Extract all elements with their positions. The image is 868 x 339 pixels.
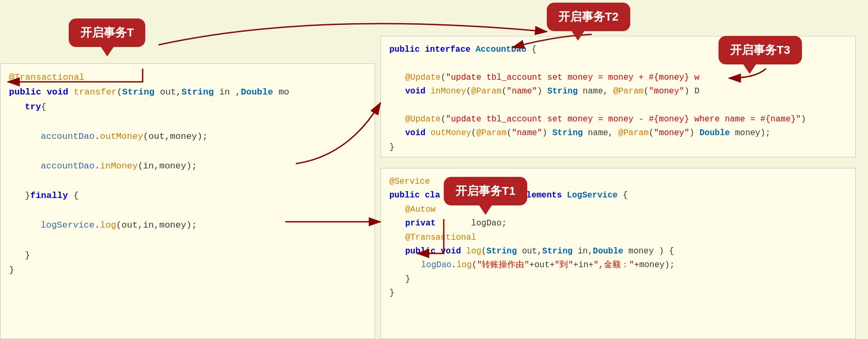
callout-T1: 开启事务T1 [444,177,527,205]
code-line [9,144,366,159]
code-line: } [389,286,847,300]
code-line [9,233,366,248]
code-line: logDao.log("转账操作由"+out+"到"+in+",金额："+mon… [421,258,847,272]
code-line: public void log(String out,String in,Dou… [405,244,847,258]
code-line: } [25,248,366,263]
code-line: try{ [25,100,366,115]
code-line [9,203,366,218]
code-line [9,174,366,189]
left-code-panel: @Transactional public void transfer(Stri… [0,63,375,339]
code-line: @Transactional [405,231,847,244]
code-line: void outMoney(@Param("name") String name… [405,126,847,140]
code-line: public void transfer(String out,String i… [9,85,366,100]
code-line: }finally { [25,189,366,203]
code-line: accountDao.outMoney(out,money); [41,129,366,144]
callout-T: 开启事务T [69,18,145,47]
code-line [9,115,366,129]
code-line: void inMoney(@Param("name") String name,… [405,84,847,98]
callout-T3: 开启事务T3 [718,36,802,64]
code-line: privat_______logDao; [405,216,847,230]
code-line: } [9,263,366,278]
code-line: } [389,140,847,154]
code-line: logService.log(out,in,money); [41,218,366,233]
code-line: accountDao.inMoney(in,money); [41,159,366,174]
code-line: } [405,272,847,286]
code-line: @Update("update tbl_account set money = … [405,112,847,126]
code-line: @Update("update tbl_account set money = … [405,71,847,84]
code-line: @Transactional [9,70,366,85]
code-line [389,99,847,112]
callout-T2: 开启事务T2 [547,3,630,31]
